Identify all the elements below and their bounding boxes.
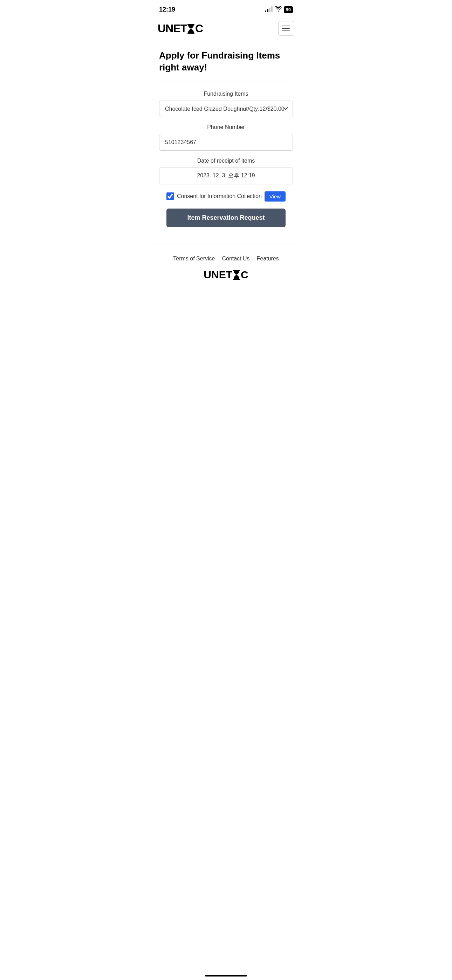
signal-icon — [265, 7, 272, 12]
logo-text-unet: UNET — [158, 22, 187, 35]
hamburger-line-2 — [282, 28, 290, 29]
section-divider — [159, 82, 293, 83]
footer-links: Terms of Service Contact Us Features — [158, 256, 294, 262]
status-icons: 99 — [265, 6, 293, 13]
phone-number-section: Phone Number — [159, 124, 293, 151]
status-bar: 12:19 99 — [151, 0, 301, 18]
svg-rect-2 — [233, 270, 240, 271]
hamburger-menu-button[interactable] — [278, 21, 294, 36]
logo-hourglass-icon — [187, 24, 195, 33]
footer: Terms of Service Contact Us Features UNE… — [151, 245, 301, 288]
home-indicator — [205, 975, 247, 977]
consent-label: Consent for Information Collection — [177, 193, 262, 199]
consent-checkbox[interactable] — [166, 192, 174, 200]
hamburger-line-3 — [282, 30, 290, 31]
footer-features-link[interactable]: Features — [257, 256, 279, 262]
page-title: Apply for Fundraising Items right away! — [159, 50, 293, 73]
footer-contact-link[interactable]: Contact Us — [222, 256, 250, 262]
phone-number-input[interactable] — [159, 134, 293, 151]
wifi-icon — [275, 6, 282, 13]
logo: UNET C — [158, 22, 203, 35]
footer-logo-c: C — [241, 269, 248, 281]
footer-logo-hourglass-icon — [232, 270, 240, 280]
bottom-spacer — [151, 288, 301, 358]
fundraising-items-label: Fundraising Items — [159, 91, 293, 97]
date-receipt-input[interactable] — [159, 167, 293, 185]
fundraising-items-select[interactable]: Chocolate Iced Glazed Doughnut/Qty:12/$2… — [159, 100, 293, 117]
navbar: UNET C — [151, 18, 301, 39]
status-time: 12:19 — [159, 6, 175, 13]
consent-row: Consent for Information Collection View — [159, 191, 293, 202]
date-receipt-label: Date of receipt of items — [159, 158, 293, 164]
date-receipt-section: Date of receipt of items — [159, 158, 293, 185]
logo-text-c: C — [195, 22, 203, 35]
fundraising-items-section: Fundraising Items Chocolate Iced Glazed … — [159, 91, 293, 117]
battery-indicator: 99 — [284, 6, 293, 13]
svg-rect-0 — [188, 24, 194, 25]
view-consent-button[interactable]: View — [264, 191, 286, 202]
phone-number-label: Phone Number — [159, 124, 293, 130]
footer-terms-link[interactable]: Terms of Service — [173, 256, 215, 262]
main-content: Apply for Fundraising Items right away! … — [151, 39, 301, 245]
footer-logo-unet: UNET — [204, 269, 232, 281]
hamburger-line-1 — [282, 25, 290, 26]
footer-logo: UNET C — [158, 269, 294, 281]
reservation-request-button[interactable]: Item Reservation Request — [166, 208, 286, 227]
svg-rect-3 — [233, 278, 240, 280]
svg-rect-1 — [188, 33, 194, 33]
